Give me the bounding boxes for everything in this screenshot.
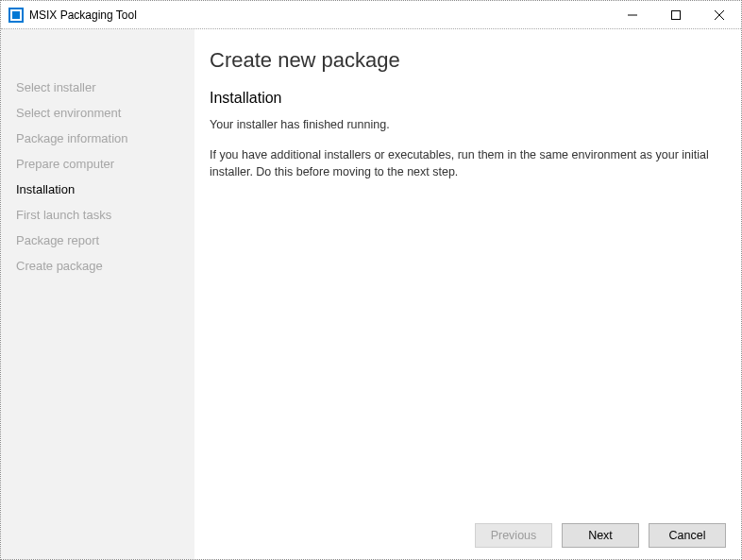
instruction-text: If you have additional installers or exe… [210, 146, 726, 180]
maximize-icon [671, 10, 681, 20]
titlebar: MSIX Packaging Tool [1, 1, 741, 29]
sidebar-item-step-1: Select installer [1, 75, 194, 100]
wizard-footer: Previous Next Cancel [210, 514, 726, 548]
sidebar-item-step-3: Package information [1, 126, 194, 151]
wizard-sidebar: Select installerSelect environmentPackag… [1, 29, 194, 559]
svg-rect-2 [12, 11, 20, 19]
cancel-button[interactable]: Cancel [649, 523, 726, 548]
sidebar-item-step-8: Create package [1, 253, 194, 279]
sidebar-item-step-7: Package report [1, 228, 194, 253]
close-button[interactable] [698, 1, 741, 29]
previous-button[interactable]: Previous [475, 523, 552, 548]
page-title: Create new package [210, 48, 726, 73]
minimize-button[interactable] [611, 1, 654, 29]
main-content: Create new package Installation Your ins… [194, 29, 741, 559]
maximize-button[interactable] [654, 1, 698, 29]
window-title: MSIX Packaging Tool [29, 8, 137, 22]
next-button[interactable]: Next [562, 523, 639, 548]
app-icon [8, 8, 24, 23]
minimize-icon [628, 10, 637, 20]
close-icon [715, 10, 724, 20]
sidebar-item-step-5: Installation [1, 177, 194, 202]
svg-rect-3 [672, 10, 681, 19]
sidebar-item-step-6: First launch tasks [1, 202, 194, 228]
sidebar-item-step-2: Select environment [1, 100, 194, 126]
section-title: Installation [210, 90, 726, 107]
status-text: Your installer has finished running. [210, 116, 726, 133]
sidebar-item-step-4: Prepare computer [1, 151, 194, 177]
